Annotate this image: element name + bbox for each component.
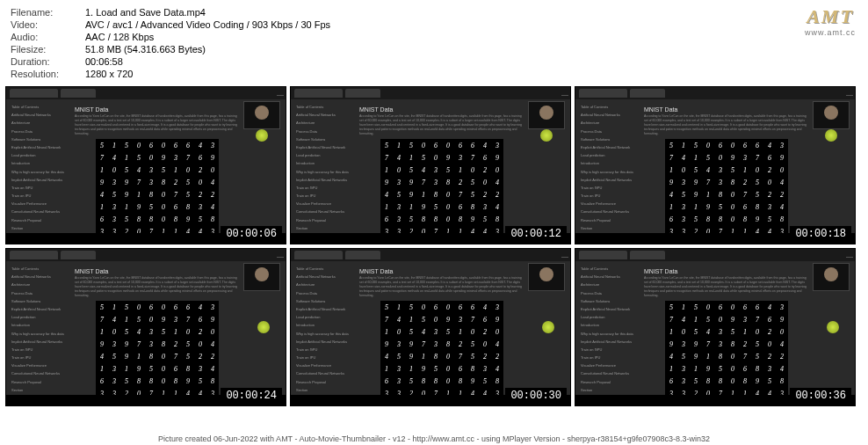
mnist-digit: 3 — [677, 176, 690, 188]
mnist-digit: 3 — [677, 213, 690, 225]
sidebar-item: Train on GPU — [10, 184, 69, 192]
mnist-digit: 3 — [108, 338, 120, 350]
sidebar-item: Train on GPU — [579, 184, 639, 192]
mnist-digit: 6 — [454, 362, 467, 375]
mnist-digit: 8 — [702, 375, 714, 387]
mnist-digit: 1 — [665, 201, 677, 213]
mnist-digit: 5 — [405, 213, 417, 225]
mnist-digit: 8 — [133, 375, 145, 387]
mnist-digit: 9 — [776, 313, 788, 325]
mnist-digit: 0 — [763, 176, 776, 188]
mnist-digit: 3 — [206, 301, 219, 313]
mnist-digit: 9 — [380, 176, 393, 188]
mnist-digit: 8 — [430, 188, 442, 201]
sidebar-item: Architecture — [579, 281, 639, 288]
sidebar-item: Load prediction — [10, 151, 69, 159]
sidebar-item: Why is high accuracy for this data — [294, 330, 354, 338]
mnist-digit: 0 — [467, 164, 479, 176]
mnist-digit: 4 — [763, 139, 776, 151]
mnist-digit: 0 — [491, 325, 503, 338]
sidebar-item: Section — [10, 386, 69, 394]
mnist-digit: 7 — [417, 176, 430, 188]
mnist-digit: 3 — [491, 139, 503, 151]
mnist-digit: 3 — [145, 176, 157, 188]
sidebar-item: Implicit Artificial Neural Networks — [294, 338, 354, 346]
sidebar-item: Explicit Artificial Neural Network — [579, 143, 639, 151]
mnist-digit: 0 — [727, 201, 739, 213]
mnist-digit: 7 — [96, 151, 108, 164]
notebook-sidebar: Table of ContentsArtificial Neural Netwo… — [294, 265, 354, 394]
mnist-digit: 1 — [96, 201, 108, 213]
mnist-digit: 0 — [727, 362, 739, 375]
sidebar-item: Table of Contents — [579, 103, 639, 111]
mnist-digit: 4 — [677, 151, 690, 164]
sidebar-item: Artificial Neural Networks — [579, 111, 639, 119]
mnist-digit: 2 — [479, 164, 491, 176]
sidebar-item: Research Proposal — [10, 216, 69, 224]
mnist-digit: 3 — [677, 201, 690, 213]
mnist-digit: 7 — [739, 188, 751, 201]
mnist-digit: 6 — [194, 151, 206, 164]
mnist-digit: 2 — [491, 350, 503, 362]
mnist-digit: 1 — [417, 350, 430, 362]
sidebar-item: Why is high accuracy for this data — [294, 168, 354, 176]
mnist-digit: 1 — [380, 164, 393, 176]
sidebar-item: Table of Contents — [10, 265, 69, 273]
mnist-digit: 0 — [727, 188, 739, 201]
notebook-content: MNIST DataAccording to Yann LeCun on the… — [75, 268, 240, 399]
sidebar-item: Architecture — [294, 119, 354, 127]
mnist-digit: 6 — [96, 375, 108, 387]
browser-tab — [630, 89, 665, 98]
mnist-digit: 1 — [405, 201, 417, 213]
mnist-digit: 5 — [145, 201, 157, 213]
mnist-digit: 0 — [776, 325, 788, 338]
sidebar-item: Section — [10, 224, 69, 232]
sidebar-item: Process Data — [10, 128, 69, 135]
sidebar-item: Research Proposal — [579, 216, 639, 224]
sidebar-item: Implicit Artificial Neural Networks — [294, 176, 354, 184]
mnist-digit: 4 — [417, 164, 430, 176]
content-title: MNIST Data — [75, 268, 240, 274]
mnist-digit: 2 — [206, 350, 219, 362]
mnist-digit: 1 — [120, 201, 133, 213]
mnist-digit: 2 — [763, 350, 776, 362]
mnist-digit: 0 — [108, 325, 120, 338]
mnist-digit: 4 — [491, 362, 503, 375]
logo-url: www.amt.cc — [805, 28, 856, 37]
mnist-digit: 1 — [677, 139, 690, 151]
mnist-digit: 0 — [751, 325, 763, 338]
mnist-digit: 3 — [145, 325, 157, 338]
notebook-sidebar: Table of ContentsArtificial Neural Netwo… — [579, 103, 639, 232]
mnist-digit: 1 — [690, 151, 702, 164]
mnist-digit: 9 — [491, 151, 503, 164]
mnist-digit: 6 — [182, 139, 194, 151]
mnist-digit: 8 — [442, 338, 454, 350]
sidebar-item: Process Data — [294, 128, 354, 135]
mnist-digit: 6 — [145, 139, 157, 151]
mnist-digit: 9 — [690, 176, 702, 188]
mnist-digit: 8 — [714, 350, 727, 362]
mnist-digit: 5 — [763, 213, 776, 225]
mnist-digit: 6 — [454, 139, 467, 151]
sidebar-item: Table of Contents — [294, 103, 354, 111]
mnist-digit: 8 — [133, 213, 145, 225]
highlight-dot — [542, 321, 554, 333]
mnist-digit: 1 — [96, 362, 108, 375]
mnist-digit: 3 — [108, 176, 120, 188]
mnist-digit: 1 — [690, 313, 702, 325]
mnist-digit: 8 — [739, 213, 751, 225]
mnist-digit: 3 — [430, 164, 442, 176]
mnist-digit: 5 — [467, 338, 479, 350]
metadata-header: Filename:1. Load and Save Data.mp4 Video… — [0, 0, 868, 84]
mnist-digit: 5 — [182, 176, 194, 188]
notebook-content: MNIST DataAccording to Yann LeCun on the… — [644, 106, 809, 237]
mnist-digit: 5 — [405, 301, 417, 313]
thumbnail: —Table of ContentsArtificial Neural Netw… — [575, 86, 856, 244]
mnist-digit: 4 — [776, 362, 788, 375]
mnist-digit: 7 — [380, 151, 393, 164]
mnist-digit: 5 — [120, 139, 133, 151]
mnist-digit: 0 — [157, 362, 170, 375]
mnist-digit: 9 — [133, 362, 145, 375]
mnist-digit: 8 — [454, 213, 467, 225]
mnist-digit: 2 — [739, 338, 751, 350]
